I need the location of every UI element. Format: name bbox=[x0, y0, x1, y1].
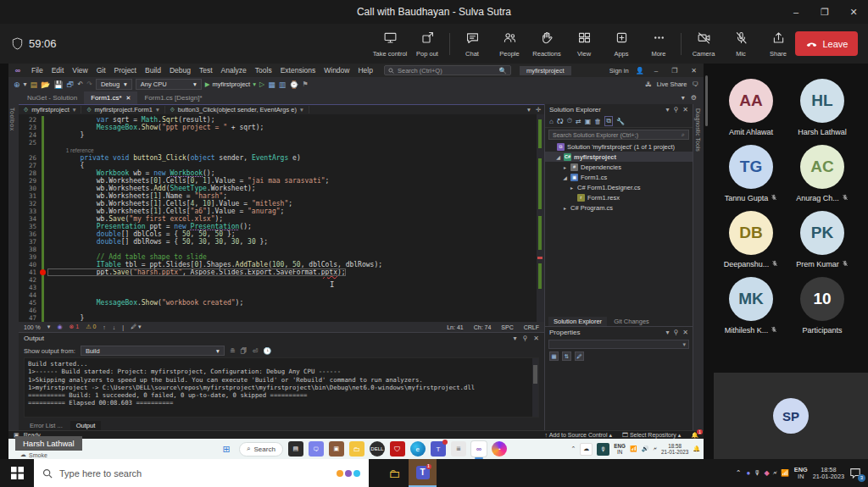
open-folder-icon[interactable]: 📂 bbox=[41, 80, 50, 89]
feedback-icon[interactable]: 🗨 bbox=[693, 80, 699, 88]
editor-split-icon[interactable]: ▥ bbox=[279, 80, 287, 89]
tab-nugetsolution[interactable]: NuGet - Solution bbox=[20, 91, 84, 104]
code-line[interactable]: 32 wb.Worksheets[1].Cells[4, 10].Value =… bbox=[19, 200, 532, 208]
tree-item[interactable]: ▸C# Form1.Designer.cs bbox=[545, 182, 693, 192]
wrench-icon[interactable]: 🔧 bbox=[616, 118, 625, 125]
warning-count[interactable]: ⚠ 0 bbox=[86, 324, 96, 330]
breadcrumb-actions[interactable]: ▾✛ bbox=[527, 106, 544, 113]
tab-close-icon[interactable]: ✕ bbox=[126, 95, 131, 102]
wifi-icon[interactable]: 📶 bbox=[630, 445, 637, 452]
host-teams-icon[interactable]: T1 bbox=[409, 459, 437, 487]
zoom-level[interactable]: 100 % bbox=[24, 324, 41, 330]
configuration-dropdown[interactable]: Debug▾ bbox=[96, 79, 132, 90]
undo-icon[interactable]: ↶ bbox=[78, 80, 84, 88]
code-line[interactable]: 26 private void button3_Click(object sen… bbox=[19, 154, 532, 162]
shared-screen[interactable]: ∞ FileEditViewGitProjectBuildDebugTestAn… bbox=[8, 64, 704, 459]
minimize-icon[interactable]: – bbox=[782, 0, 810, 24]
panel-tab-git-changes[interactable]: Git Changes bbox=[609, 317, 654, 326]
host-clock[interactable]: 18:5821-01-2023 bbox=[813, 467, 844, 480]
se-pin-icon[interactable]: ⚲ bbox=[673, 106, 678, 113]
onedrive-icon[interactable]: ☁ bbox=[580, 443, 593, 456]
pending-changes-icon[interactable]: ⏱ bbox=[567, 117, 572, 125]
mic-in-use-icon[interactable]: 🎙 bbox=[597, 443, 609, 456]
tree-item[interactable]: ▸#Dependencies bbox=[545, 162, 693, 172]
dell-icon[interactable]: DELL bbox=[370, 441, 385, 457]
take-control-button[interactable]: Take control bbox=[371, 25, 409, 63]
code-line[interactable]: 25 bbox=[19, 139, 532, 147]
add-to-source-control[interactable]: ↑ Add to Source Control ▴ bbox=[545, 432, 612, 439]
mcafee-icon[interactable]: 🛡 bbox=[390, 441, 405, 457]
sync-icon[interactable]: ⇄ bbox=[576, 118, 581, 125]
code-line[interactable]: 42 bbox=[19, 276, 532, 284]
vs-restore-icon[interactable]: ❐ bbox=[668, 67, 681, 75]
eol-indicator[interactable]: CRLF bbox=[524, 324, 539, 330]
volume-icon[interactable]: 🔊 bbox=[642, 445, 649, 452]
battery-icon[interactable]: 🗲 bbox=[653, 445, 657, 452]
code-line[interactable]: 47 } bbox=[19, 314, 532, 322]
weather-widget[interactable]: ☁ Smoke bbox=[20, 451, 47, 458]
clear-all-icon[interactable]: 🗍 bbox=[241, 347, 248, 355]
expand-arrow-icon[interactable]: ▸ bbox=[562, 164, 568, 170]
package-icon[interactable]: ▣ bbox=[329, 441, 344, 457]
tree-item[interactable]: ◢▣Form1.cs bbox=[545, 172, 693, 182]
mic-button[interactable]: Mic bbox=[722, 25, 760, 63]
output-scrollbar[interactable] bbox=[532, 358, 538, 417]
tray-teams-icon[interactable]: ● bbox=[747, 469, 751, 477]
toolbox-strip[interactable]: Toolbox bbox=[8, 104, 19, 430]
output-dropdown-icon[interactable]: ▾ bbox=[513, 335, 516, 342]
host-start-button[interactable] bbox=[0, 459, 34, 487]
start-without-debug-icon[interactable]: ▷ bbox=[259, 80, 264, 88]
code-line[interactable]: 30 wb.Worksheets.Add(SheetType.Worksheet… bbox=[19, 185, 532, 192]
tray-mic-icon[interactable]: 🎙 bbox=[754, 469, 760, 477]
prop-close-icon[interactable]: ✕ bbox=[682, 329, 688, 336]
nav-back-icon[interactable]: ⊕ bbox=[14, 80, 20, 89]
restore-icon[interactable]: ❐ bbox=[810, 0, 839, 24]
menu-file[interactable]: File bbox=[27, 66, 47, 75]
menu-tools[interactable]: Tools bbox=[251, 66, 276, 75]
participant-tile[interactable]: DBDeepanshu... bbox=[715, 211, 787, 268]
health-icon[interactable]: ◉ bbox=[57, 324, 62, 330]
output-tab-errorlist[interactable]: Error List ... bbox=[24, 421, 69, 430]
error-count[interactable]: ⊗ 1 bbox=[69, 324, 79, 330]
tab-form1csdesign[interactable]: Form1.cs [Design]* bbox=[137, 91, 209, 104]
code-line[interactable]: 1 reference bbox=[19, 147, 532, 154]
expand-arrow-icon[interactable]: ▸ bbox=[569, 185, 575, 191]
code-line[interactable]: 23 MessageBox.Show("ppt project = " + sq… bbox=[19, 124, 532, 131]
code-line[interactable]: 37 double[] dblRows = { 50, 30, 30, 30, … bbox=[19, 238, 532, 246]
history-icon[interactable]: 🕒 bbox=[263, 347, 271, 355]
show-all-files-icon[interactable]: ⧉ bbox=[604, 116, 613, 126]
menu-view[interactable]: View bbox=[68, 66, 92, 75]
leave-button[interactable]: Leave bbox=[795, 31, 858, 56]
solution-search-box[interactable]: Search Solution Explorer (Ctrl+;) ⌕ bbox=[548, 130, 689, 140]
se-dropdown-icon[interactable]: ▾ bbox=[665, 106, 669, 113]
editor-scrollbar[interactable] bbox=[537, 114, 544, 322]
tree-item[interactable]: rForm1.resx bbox=[545, 192, 693, 202]
tab-list-dropdown-icon[interactable]: ▾ bbox=[682, 94, 685, 102]
breakpoint-panel-icon[interactable]: ▦ bbox=[268, 80, 275, 89]
code-line[interactable]: 29 wb.Worksheets[0].Cells[0, 1].Value = … bbox=[19, 177, 532, 185]
participant-tile[interactable]: MKMithilesh K... bbox=[715, 277, 787, 335]
output-log[interactable]: Build started... 1>------ Build started:… bbox=[24, 357, 539, 418]
participant-tile[interactable]: HLHarsh Lathwal bbox=[787, 79, 858, 136]
tray-chevron-icon[interactable]: ⌃ bbox=[570, 445, 576, 452]
visual-studio-taskbar-icon[interactable]: ∞ bbox=[471, 441, 487, 457]
tab-settings-icon[interactable]: ⚙ bbox=[691, 94, 697, 102]
panel-tab-solution-explorer[interactable]: Solution Explorer bbox=[548, 317, 607, 326]
menu-edit[interactable]: Edit bbox=[47, 66, 69, 75]
breadcrumb-item[interactable]: ⟐myfirstproject▾ bbox=[19, 106, 81, 113]
host-tray-chevron-icon[interactable]: ⌃ bbox=[736, 469, 742, 477]
next-issue-icon[interactable]: ↓ bbox=[113, 324, 116, 330]
code-line[interactable]: 44 bbox=[19, 291, 532, 299]
code-editor[interactable]: 22 var sqrt = Math.Sqrt(result);23 Messa… bbox=[19, 114, 544, 322]
tree-item[interactable]: ⧉Solution 'myfirstproject' (1 of 1 proje… bbox=[545, 141, 693, 152]
menu-window[interactable]: Window bbox=[320, 66, 353, 75]
output-tab-output[interactable]: Output bbox=[70, 421, 102, 430]
code-line[interactable]: 34 wb.Save("my first excel.xlsx"); bbox=[19, 215, 532, 223]
vs-search-box[interactable]: Search (Ctrl+Q) 🔍 bbox=[384, 65, 511, 75]
reactions-button[interactable]: Reactions bbox=[528, 25, 565, 63]
breadcrumb-item[interactable]: ⟐myfirstproject.Form1▾ bbox=[81, 106, 164, 113]
expand-arrow-icon[interactable]: ◢ bbox=[562, 174, 568, 180]
vs-minimize-icon[interactable]: – bbox=[651, 67, 661, 75]
vs-project-chip[interactable]: myfirstproject bbox=[520, 66, 571, 75]
notebook-icon[interactable]: ▤ bbox=[288, 441, 303, 457]
